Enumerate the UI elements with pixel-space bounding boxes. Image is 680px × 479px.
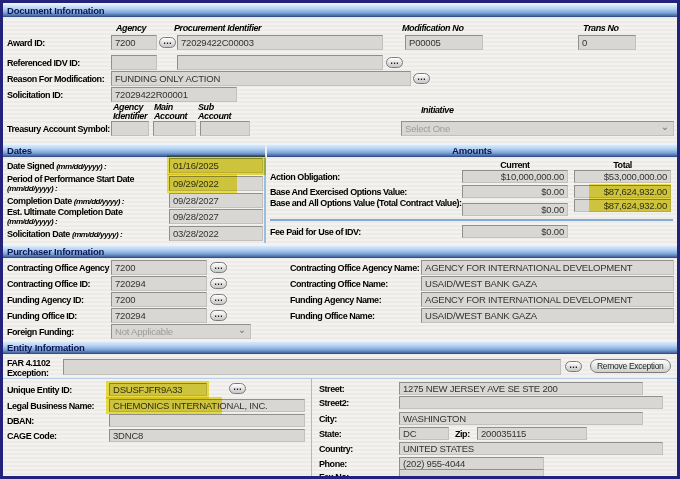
amounts-current-column-header: Current xyxy=(462,160,568,170)
column-header-modification-no: Modification No xyxy=(402,24,464,33)
date-signed-label: Date Signed (mm/dd/yyyy) : xyxy=(7,161,106,171)
legal-business-name-field[interactable]: CHEMONICS INTERNATIONAL, INC. xyxy=(109,399,305,412)
tas-agency-identifier-header: AgencyIdentifier xyxy=(113,103,147,121)
legal-business-name-label: Legal Business Name: xyxy=(7,401,94,411)
unique-entity-id-lookup-button[interactable]: … xyxy=(229,383,246,394)
fee-paid-idv-current-field[interactable]: $0.00 xyxy=(462,225,568,238)
section-title: Document Information xyxy=(7,5,104,16)
contracting-office-agency-name-field[interactable]: AGENCY FOR INTERNATIONAL DEVELOPMENT xyxy=(421,260,674,275)
base-all-options-total-field[interactable]: $87,624,932.00 xyxy=(574,199,671,212)
section-header-amounts: Amounts xyxy=(267,144,677,157)
zip-label: Zip: xyxy=(455,429,470,439)
dates-amounts-divider xyxy=(264,158,266,243)
contracting-office-id-field[interactable]: 720294 xyxy=(111,276,207,291)
fpds-contract-form: Document Information Agency Procurement … xyxy=(0,0,680,479)
funding-agency-name-field[interactable]: AGENCY FOR INTERNATIONAL DEVELOPMENT xyxy=(421,292,674,307)
solicitation-id-field[interactable]: 72029422R00001 xyxy=(111,87,237,102)
tas-sub-account-field[interactable] xyxy=(200,121,250,136)
phone-label: Phone: xyxy=(319,459,347,469)
tas-main-account-header: MainAccount xyxy=(154,103,187,121)
entity-divider-horizontal xyxy=(3,378,677,379)
completion-date-field[interactable]: 09/28/2027 xyxy=(169,193,263,208)
referenced-idv-lookup-button[interactable]: … xyxy=(386,57,403,68)
contracting-office-agency-id-lookup-button[interactable]: … xyxy=(210,262,227,273)
street-field[interactable]: 1275 NEW JERSEY AVE SE STE 200 xyxy=(399,382,643,395)
funding-agency-id-field[interactable]: 7200 xyxy=(111,292,207,307)
contracting-office-id-label: Contracting Office ID: xyxy=(7,279,90,289)
award-procurement-identifier-field[interactable]: 72029422C00003 xyxy=(177,35,383,50)
far-exception-field[interactable] xyxy=(63,359,561,375)
base-exercised-options-current-field[interactable]: $0.00 xyxy=(462,185,568,198)
amounts-divider xyxy=(270,219,673,221)
far-exception-lookup-button[interactable]: … xyxy=(565,361,582,372)
foreign-funding-select[interactable]: Not Applicable ⌄ xyxy=(111,324,251,339)
fax-no-label: Fax No: xyxy=(319,472,349,479)
funding-office-id-field[interactable]: 720294 xyxy=(111,308,207,323)
award-trans-no-field[interactable]: 0 xyxy=(578,35,636,50)
base-exercised-options-total-field[interactable]: $87,624,932.00 xyxy=(574,185,671,198)
action-obligation-current-field[interactable]: $10,000,000.00 xyxy=(462,170,568,183)
tas-main-account-field[interactable] xyxy=(153,121,196,136)
award-id-label: Award ID: xyxy=(7,38,45,48)
est-ultimate-completion-date-field[interactable]: 09/28/2027 xyxy=(169,209,263,224)
amounts-total-column-header: Total xyxy=(574,160,671,170)
column-header-agency: Agency xyxy=(116,24,146,33)
unique-entity-id-field[interactable]: DSUSFJFR9A33 xyxy=(109,383,207,396)
street2-field[interactable] xyxy=(399,396,663,409)
column-header-trans-no: Trans No xyxy=(583,24,619,33)
treasury-account-symbol-label: Treasury Account Symbol: xyxy=(7,124,110,134)
action-obligation-total-field[interactable]: $53,000,000.00 xyxy=(574,170,671,183)
fee-paid-idv-label: Fee Paid for Use of IDV: xyxy=(270,227,361,237)
entity-divider-vertical xyxy=(311,378,312,476)
solicitation-id-label: Solicitation ID: xyxy=(7,90,63,100)
reason-for-modification-label: Reason For Modification: xyxy=(7,74,104,84)
cage-code-field[interactable]: 3DNC8 xyxy=(109,429,305,442)
zip-field[interactable]: 200035115 xyxy=(477,427,587,440)
date-signed-field[interactable]: 01/16/2025 xyxy=(169,158,263,173)
contracting-office-id-lookup-button[interactable]: … xyxy=(210,278,227,289)
country-field[interactable]: UNITED STATES xyxy=(399,442,663,455)
award-agency-lookup-button[interactable]: … xyxy=(159,37,176,48)
section-header-entity-information: Entity Information xyxy=(3,341,677,354)
initiative-header: Initiative xyxy=(421,106,454,115)
section-title: Amounts xyxy=(452,145,492,156)
tas-agency-identifier-field[interactable] xyxy=(111,121,149,136)
country-label: Country: xyxy=(319,444,353,454)
period-of-performance-start-date-field[interactable]: 09/29/2022 xyxy=(169,176,263,191)
funding-agency-name-label: Funding Agency Name: xyxy=(290,295,381,305)
solicitation-date-label: Solicitation Date (mm/dd/yyyy) : xyxy=(7,229,122,239)
contracting-office-name-field[interactable]: USAID/WEST BANK GAZA xyxy=(421,276,674,291)
chevron-down-icon: ⌄ xyxy=(661,121,669,133)
referenced-idv-agency-field[interactable] xyxy=(111,55,157,70)
fax-no-field[interactable] xyxy=(399,469,544,479)
foreign-funding-label: Foreign Funding: xyxy=(7,327,74,337)
funding-agency-id-label: Funding Agency ID: xyxy=(7,295,84,305)
funding-agency-id-lookup-button[interactable]: … xyxy=(210,294,227,305)
solicitation-date-field[interactable]: 03/28/2022 xyxy=(169,226,263,241)
award-modification-no-field[interactable]: P00005 xyxy=(405,35,483,50)
contracting-office-agency-name-label: Contracting Office Agency Name: xyxy=(290,263,419,273)
contracting-office-agency-id-field[interactable]: 7200 xyxy=(111,260,207,275)
reason-for-modification-lookup-button[interactable]: … xyxy=(413,73,430,84)
city-field[interactable]: WASHINGTON xyxy=(399,412,643,425)
completion-date-label: Completion Date (mm/dd/yyyy) : xyxy=(7,196,124,206)
reason-for-modification-field[interactable]: FUNDING ONLY ACTION xyxy=(111,71,411,86)
base-all-options-current-field[interactable]: $0.00 xyxy=(462,203,568,216)
far-exception-label: FAR 4.1102Exception: xyxy=(7,358,50,378)
funding-office-name-label: Funding Office Name: xyxy=(290,311,375,321)
section-title: Entity Information xyxy=(7,342,85,353)
state-field[interactable]: DC xyxy=(399,427,449,440)
dban-field[interactable] xyxy=(109,414,305,427)
referenced-idv-identifier-field[interactable] xyxy=(177,55,383,70)
remove-exception-button[interactable]: Remove Exception xyxy=(590,359,671,373)
funding-office-name-field[interactable]: USAID/WEST BANK GAZA xyxy=(421,308,674,323)
street2-label: Street2: xyxy=(319,398,349,408)
tas-sub-account-header: SubAccount xyxy=(198,103,231,121)
initiative-select[interactable]: Select One ⌄ xyxy=(401,121,674,136)
award-agency-field[interactable]: 7200 xyxy=(111,35,157,50)
funding-office-id-lookup-button[interactable]: … xyxy=(210,310,227,321)
section-title: Dates xyxy=(7,145,32,156)
funding-office-id-label: Funding Office ID: xyxy=(7,311,77,321)
contracting-office-name-label: Contracting Office Name: xyxy=(290,279,388,289)
dban-label: DBAN: xyxy=(7,416,34,426)
